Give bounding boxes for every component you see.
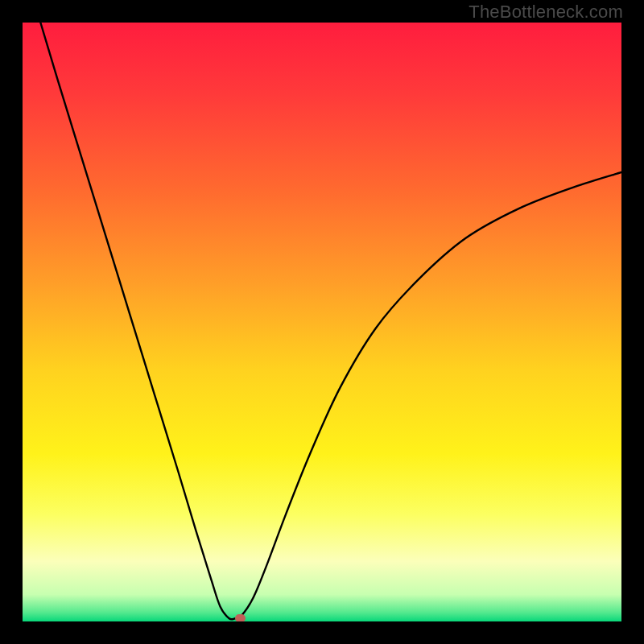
plot-area xyxy=(23,23,621,621)
bottleneck-curve xyxy=(40,23,621,619)
watermark-text: TheBottleneck.com xyxy=(469,2,623,23)
curve-layer xyxy=(23,23,621,621)
chart-frame: TheBottleneck.com xyxy=(0,0,644,644)
optimal-point-marker xyxy=(235,614,246,621)
